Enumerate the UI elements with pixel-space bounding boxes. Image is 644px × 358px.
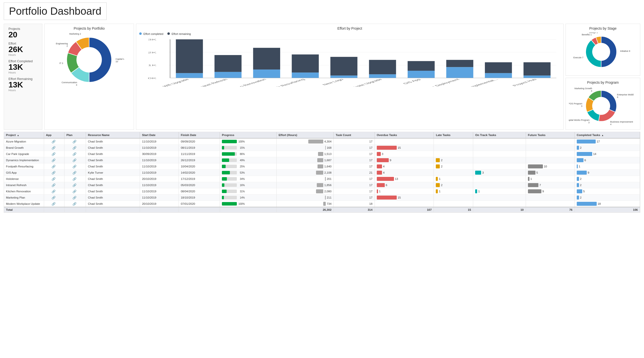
col-effort[interactable]: Effort (Hours)	[276, 132, 334, 138]
cell-plan[interactable]: 🔗	[64, 151, 86, 157]
plan-link-icon[interactable]: 🔗	[72, 202, 76, 206]
cell-progress: 53%	[220, 170, 276, 176]
cell-plan[interactable]: 🔗	[64, 157, 86, 163]
cell-app[interactable]: 🔗	[44, 145, 64, 151]
plan-link-icon[interactable]: 🔗	[72, 183, 76, 187]
svg-rect-35	[446, 67, 474, 78]
col-plan[interactable]: Plan	[64, 132, 86, 138]
completed-value: 9	[588, 171, 589, 174]
table-body: Azure Migration🔗🔗Chad Smith11/10/201909/…	[4, 138, 640, 207]
late-bar-cell: 2	[436, 183, 471, 187]
cell-app[interactable]: 🔗	[44, 151, 64, 157]
late-bar-cell: 1	[436, 177, 471, 181]
col-start[interactable]: Start Date	[140, 132, 179, 138]
cell-app[interactable]: 🔗	[44, 170, 64, 176]
plan-link-icon[interactable]: 🔗	[72, 196, 76, 200]
progress-bar-fill	[222, 202, 237, 206]
plan-link-icon[interactable]: 🔗	[72, 165, 76, 168]
app-link-icon[interactable]: 🔗	[52, 196, 56, 200]
completed-value: 5	[583, 190, 585, 193]
app-link-icon[interactable]: 🔗	[52, 202, 56, 206]
app-link-icon[interactable]: 🔗	[52, 171, 56, 175]
cell-plan[interactable]: 🔗	[64, 176, 86, 182]
completed-bar	[577, 140, 596, 144]
footer-overdue: 107	[374, 207, 434, 212]
plan-link-icon[interactable]: 🔗	[72, 171, 76, 175]
col-on-track[interactable]: On Track Tasks	[473, 132, 526, 138]
col-completed[interactable]: Completed Tasks ▲	[574, 132, 640, 138]
app-link-icon[interactable]: 🔗	[52, 146, 56, 150]
footer-resource	[86, 207, 140, 212]
cell-app[interactable]: 🔗	[44, 157, 64, 163]
svg-text:Wifi Upgrade: Wifi Upgrade	[161, 78, 190, 87]
col-app[interactable]: App	[44, 132, 64, 138]
col-late[interactable]: Late Tasks	[434, 132, 473, 138]
cell-plan[interactable]: 🔗	[64, 163, 86, 170]
plan-link-icon[interactable]: 🔗	[72, 152, 76, 156]
col-project[interactable]: Project ▲	[4, 132, 44, 138]
col-future[interactable]: Future Tasks	[526, 132, 574, 138]
donut-stage-chart: Initiative 9Execute 7Benefits 1Design 1	[569, 32, 634, 72]
cell-plan[interactable]: 🔗	[64, 188, 86, 195]
cell-app[interactable]: 🔗	[44, 182, 64, 188]
progress-bar-cell: 100%	[222, 202, 274, 206]
cell-app[interactable]: 🔗	[44, 195, 64, 201]
cell-project: Car Park Upgrade	[4, 151, 44, 157]
table-row: Kitchen Renovation🔗🔗Chad Smith11/10/2019…	[4, 188, 640, 195]
app-link-icon[interactable]: 🔗	[52, 152, 56, 156]
cell-future: 7	[526, 182, 574, 188]
table-row: Car Park Upgrade🔗🔗Chad Smith30/09/201911…	[4, 151, 640, 157]
late-bar	[436, 164, 440, 168]
completed-bar	[577, 202, 597, 206]
cell-progress: 86%	[220, 151, 276, 157]
col-resource[interactable]: Resource Name	[86, 132, 140, 138]
projects-by-portfolio-title: Projects by Portfolio	[48, 27, 131, 30]
effort-bar-cell: 1,687	[279, 158, 332, 162]
cell-app[interactable]: 🔗	[44, 188, 64, 195]
col-overdue[interactable]: Overdue Tasks	[374, 132, 434, 138]
app-link-icon[interactable]: 🔗	[52, 165, 56, 168]
cell-plan[interactable]: 🔗	[64, 138, 86, 145]
cell-completed: 6	[574, 157, 640, 163]
table-row: Dynamics Implementation🔗🔗Chad Smith11/10…	[4, 157, 640, 163]
plan-link-icon[interactable]: 🔗	[72, 146, 76, 150]
cell-finish-date: 17/12/2019	[178, 176, 220, 182]
stat-item: Projects 20	[8, 27, 38, 39]
svg-text:Footpath Resurfacing: Footpath Resurfacing	[261, 78, 306, 87]
cell-late	[434, 201, 473, 207]
app-link-icon[interactable]: 🔗	[52, 183, 56, 187]
col-progress[interactable]: Progress	[220, 132, 276, 138]
plan-link-icon[interactable]: 🔗	[72, 140, 76, 144]
col-task-count[interactable]: Task Count	[334, 132, 375, 138]
cell-plan[interactable]: 🔗	[64, 182, 86, 188]
cell-finish-date: 26/12/2019	[178, 157, 220, 163]
col-finish[interactable]: Finish Date	[178, 132, 220, 138]
app-link-icon[interactable]: 🔗	[52, 177, 56, 181]
cell-app[interactable]: 🔗	[44, 163, 64, 170]
cell-app[interactable]: 🔗	[44, 138, 64, 145]
app-link-icon[interactable]: 🔗	[52, 140, 56, 144]
cell-late	[434, 145, 473, 151]
plan-link-icon[interactable]: 🔗	[72, 190, 76, 193]
app-link-icon[interactable]: 🔗	[52, 158, 56, 162]
cell-plan[interactable]: 🔗	[64, 195, 86, 201]
cell-plan[interactable]: 🔗	[64, 145, 86, 151]
completed-bar	[577, 171, 587, 175]
future-bar-cell: 5	[528, 171, 572, 175]
cell-effort: 1,856	[276, 182, 334, 188]
cell-plan[interactable]: 🔗	[64, 170, 86, 176]
overdue-value: 9	[390, 159, 391, 162]
cell-app[interactable]: 🔗	[44, 201, 64, 207]
stats-box: Projects 20 Effort 26K HoursEffort Compl…	[4, 24, 42, 130]
app-link-icon[interactable]: 🔗	[52, 190, 56, 193]
progress-bar-cell: 100%	[222, 140, 274, 143]
plan-link-icon[interactable]: 🔗	[72, 158, 76, 162]
svg-text:New Logo: New Logo	[321, 78, 345, 86]
cell-app[interactable]: 🔗	[44, 176, 64, 182]
completed-bar	[577, 177, 579, 181]
cell-plan[interactable]: 🔗	[64, 201, 86, 207]
cell-completed: 14	[574, 151, 640, 157]
cell-completed: 5	[574, 188, 640, 195]
cell-overdue: 4	[374, 170, 434, 176]
plan-link-icon[interactable]: 🔗	[72, 177, 76, 181]
